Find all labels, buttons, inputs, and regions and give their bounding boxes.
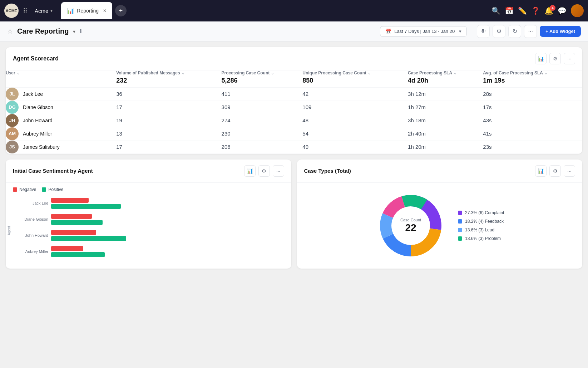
tab-close-icon[interactable]: ✕: [103, 8, 107, 13]
donut-legend: 27.3% (6) Complaint 18.2% (4) Feedback 1…: [458, 210, 504, 241]
nav-actions: 🔍 📅 ✏️ ❓ 🔔 4 💬: [491, 4, 584, 17]
legend-positive: Positive: [42, 187, 63, 192]
col-header-user: User ⌄ -: [6, 70, 116, 87]
published-val: 17: [116, 144, 122, 150]
processing-val: 309: [222, 104, 231, 110]
avg-sla-val: 43s: [483, 117, 491, 123]
sentiment-filter-icon[interactable]: ⚙: [258, 165, 270, 177]
bar-label: John Howard: [20, 233, 48, 237]
sla-val: 1h 20m: [408, 144, 426, 150]
negative-bar: [51, 230, 96, 235]
help-icon[interactable]: ❓: [531, 6, 540, 15]
bar-group: [51, 230, 284, 241]
logo[interactable]: ACME: [4, 4, 19, 18]
unique-val: 54: [302, 131, 308, 137]
chevron-down-icon: ▾: [50, 8, 53, 13]
workspace-selector[interactable]: Acme ▾: [32, 6, 55, 15]
user-name: James Salisbury: [23, 144, 60, 150]
title-chevron-icon[interactable]: ▾: [73, 29, 75, 34]
user-name: Aubrey Miller: [23, 131, 52, 137]
user-name: John Howard: [23, 118, 53, 123]
chat-icon[interactable]: 💬: [558, 6, 567, 15]
scorecard-header: Agent Scorecard 📊 ⚙ ···: [6, 47, 582, 70]
table-row: JL Jack Lee 36 411 42 3h 12m 28s: [6, 87, 582, 100]
avg-sla-val: 28s: [483, 91, 491, 97]
top-navigation: ACME ⠿ Acme ▾ 📊 Reporting ✕ + 🔍 📅 ✏️ ❓ 🔔…: [0, 0, 588, 21]
sentiment-more-icon[interactable]: ···: [273, 165, 284, 177]
calendar-icon[interactable]: 📅: [505, 6, 514, 15]
legend-color-dot: [458, 228, 462, 232]
bar-group: [51, 246, 284, 257]
donut-legend-item: 18.2% (4) Feedback: [458, 219, 504, 224]
filter-actions: 👁 ⚙ ↻ ··· + Add Widget: [477, 25, 581, 38]
search-icon[interactable]: 🔍: [491, 6, 500, 15]
y-axis-label: Agent: [6, 195, 13, 266]
user-avatar-3: AM: [6, 127, 19, 140]
case-types-more-icon[interactable]: ···: [564, 165, 575, 177]
notification-icon[interactable]: 🔔 4: [544, 6, 553, 15]
positive-legend-dot: [42, 187, 46, 192]
more-options-button[interactable]: ···: [524, 25, 537, 38]
user-name: Diane Gibson: [23, 104, 53, 110]
published-val: 17: [116, 104, 122, 110]
processing-val: 411: [222, 91, 231, 97]
info-icon[interactable]: ℹ: [80, 28, 82, 35]
filter-button[interactable]: ⚙: [493, 25, 505, 38]
donut-legend-item: 27.3% (6) Complaint: [458, 210, 504, 215]
bar-label: Jack Lee: [20, 201, 48, 205]
col-header-published: Volume of Published Messages ⌄ 232: [116, 70, 221, 87]
sort-user-icon[interactable]: ⌄: [17, 71, 20, 75]
legend-color-dot: [458, 236, 462, 241]
refresh-button[interactable]: ↻: [508, 25, 521, 38]
new-tab-button[interactable]: +: [115, 5, 127, 16]
positive-bar: [51, 252, 105, 257]
sla-val: 3h 12m: [408, 91, 426, 97]
sla-val: 2h 40m: [408, 131, 426, 137]
bar-row: Diane Gibson: [20, 214, 284, 225]
sla-val: 1h 27m: [408, 104, 426, 110]
add-widget-button[interactable]: + Add Widget: [540, 26, 581, 37]
reporting-tab-icon: 📊: [67, 8, 74, 14]
case-types-filter-icon[interactable]: ⚙: [549, 165, 561, 177]
sort-processing-icon[interactable]: ⌄: [271, 71, 274, 75]
positive-bar: [51, 204, 121, 209]
published-val: 36: [116, 91, 122, 97]
case-types-title: Case Types (Total): [304, 168, 535, 174]
col-header-unique: Unique Processing Case Count ⌄ 850: [302, 70, 408, 87]
app-grid-icon[interactable]: ⠿: [21, 5, 29, 16]
scorecard-title: Agent Scorecard: [13, 55, 535, 62]
avg-sla-val: 17s: [483, 104, 491, 110]
legend-color-dot: [458, 219, 462, 224]
favorite-button[interactable]: ☆: [7, 28, 13, 35]
user-avatar[interactable]: [571, 4, 584, 17]
positive-bar: [51, 220, 103, 225]
sort-unique-icon[interactable]: ⌄: [368, 71, 371, 75]
scorecard-filter-icon[interactable]: ⚙: [549, 53, 561, 64]
scorecard-table: User ⌄ - Volume of Published Messages ⌄ …: [6, 70, 582, 154]
eye-button[interactable]: 👁: [477, 25, 490, 38]
legend-color-dot: [458, 211, 462, 215]
col-header-sla: Case Processing SLA ⌄ 4d 20h: [408, 70, 483, 87]
tab-reporting[interactable]: 📊 Reporting ✕: [61, 2, 112, 19]
processing-val: 274: [222, 117, 231, 123]
positive-bar: [51, 236, 126, 241]
user-name: Jack Lee: [23, 91, 43, 97]
col-header-avg-sla: Avg. of Case Processing SLA ⌄ 1m 19s: [483, 70, 582, 87]
sort-published-icon[interactable]: ⌄: [182, 71, 184, 75]
user-avatar-2: JH: [6, 114, 19, 127]
bar-row: Jack Lee: [20, 198, 284, 209]
bar-label: Aubrey Miller: [20, 249, 48, 254]
donut-legend-item: 13.6% (3) Problem: [458, 236, 504, 241]
case-types-actions: 📊 ⚙ ···: [535, 165, 575, 177]
published-val: 19: [116, 117, 122, 123]
case-types-chart-icon[interactable]: 📊: [535, 165, 547, 177]
table-row: JH John Howard 19 274 48 3h 18m 43s: [6, 114, 582, 127]
scorecard-chart-icon[interactable]: 📊: [535, 53, 547, 64]
sort-sla-icon[interactable]: ⌄: [454, 71, 456, 75]
edit-icon[interactable]: ✏️: [518, 6, 527, 15]
scorecard-more-icon[interactable]: ···: [564, 53, 575, 64]
sort-avg-sla-icon[interactable]: ⌄: [544, 71, 547, 75]
sentiment-chart-icon[interactable]: 📊: [244, 165, 256, 177]
date-range-filter[interactable]: 📅 Last 7 Days | Jan 13 - Jan 20 ▾: [380, 26, 467, 37]
col-header-processing: Processing Case Count ⌄ 5,286: [222, 70, 303, 87]
